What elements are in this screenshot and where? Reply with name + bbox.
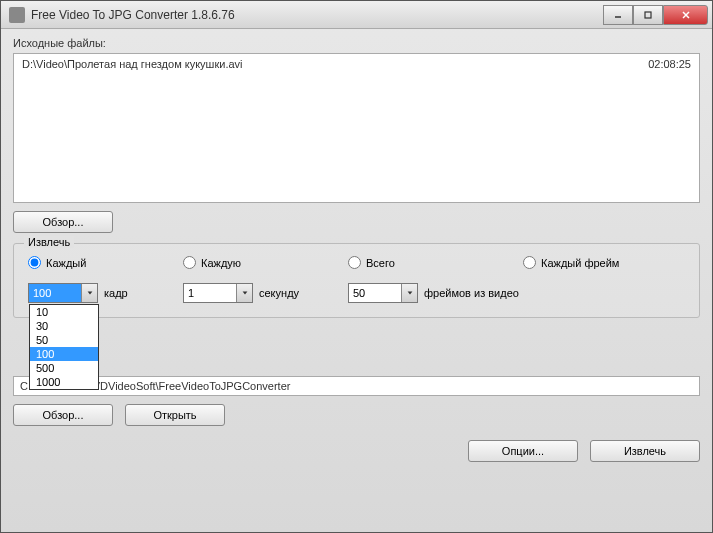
frame-label: кадр (104, 287, 128, 299)
browse-output-button[interactable]: Обзор... (13, 404, 113, 426)
maximize-button[interactable] (633, 5, 663, 25)
open-output-button[interactable]: Открыть (125, 404, 225, 426)
dropdown-option[interactable]: 30 (30, 319, 98, 333)
dropdown-option[interactable]: 1000 (30, 375, 98, 389)
output-path-field[interactable]: C:\ocuments\DVDVideoSoft\FreeVideoToJPGC… (13, 376, 700, 396)
frame-combo[interactable]: 100 10 30 50 100 500 1000 (28, 283, 98, 303)
frame-combo-value: 100 (29, 284, 81, 302)
total-combo[interactable]: 50 (348, 283, 418, 303)
file-path: D:\Video\Пролетая над гнездом кукушки.av… (22, 58, 648, 70)
source-files-list[interactable]: D:\Video\Пролетая над гнездом кукушки.av… (13, 53, 700, 203)
extract-values-row: 100 10 30 50 100 500 1000 кадр (28, 283, 685, 303)
radio-total[interactable] (348, 256, 361, 269)
extract-button[interactable]: Извлечь (590, 440, 700, 462)
window-controls (603, 5, 708, 25)
frames-from-video-label: фреймов из видео (424, 287, 519, 299)
dropdown-option[interactable]: 50 (30, 333, 98, 347)
app-icon (9, 7, 25, 23)
chevron-down-icon[interactable] (236, 284, 252, 302)
file-row[interactable]: D:\Video\Пролетая над гнездом кукушки.av… (16, 56, 697, 72)
radio-each-frame[interactable] (523, 256, 536, 269)
radio-every-frame[interactable] (28, 256, 41, 269)
svg-rect-1 (645, 12, 651, 18)
main-window: Free Video To JPG Converter 1.8.6.76 SOF… (0, 0, 713, 533)
radio-every-second[interactable] (183, 256, 196, 269)
frame-dropdown: 10 30 50 100 500 1000 (29, 304, 99, 390)
titlebar: Free Video To JPG Converter 1.8.6.76 (1, 1, 712, 29)
second-combo[interactable]: 1 (183, 283, 253, 303)
minimize-button[interactable] (603, 5, 633, 25)
chevron-down-icon[interactable] (81, 284, 97, 302)
second-label: секунду (259, 287, 299, 299)
dropdown-option[interactable]: 500 (30, 361, 98, 375)
options-button[interactable]: Опции... (468, 440, 578, 462)
dropdown-option[interactable]: 100 (30, 347, 98, 361)
total-combo-value: 50 (349, 284, 401, 302)
radio-each-frame-label[interactable]: Каждый фрейм (541, 257, 619, 269)
chevron-down-icon[interactable] (401, 284, 417, 302)
radio-every-frame-label[interactable]: Каждый (46, 257, 86, 269)
output-section: C:\ocuments\DVDVideoSoft\FreeVideoToJPGC… (13, 376, 700, 426)
dropdown-option[interactable]: 10 (30, 305, 98, 319)
second-combo-value: 1 (184, 284, 236, 302)
window-title: Free Video To JPG Converter 1.8.6.76 (31, 8, 603, 22)
close-button[interactable] (663, 5, 708, 25)
extract-group-title: Извлечь (24, 236, 74, 248)
extract-mode-row: Каждый Каждую Всего Каждый фрейм (28, 256, 685, 269)
extract-group: Извлечь Каждый Каждую Всего Каждый фрей (13, 243, 700, 318)
content-area: SOFTPORTAL www.softportal.com Исходные ф… (1, 29, 712, 470)
source-files-label: Исходные файлы: (13, 37, 700, 49)
radio-every-second-label[interactable]: Каждую (201, 257, 241, 269)
file-duration: 02:08:25 (648, 58, 691, 70)
footer-buttons: Опции... Извлечь (13, 440, 700, 462)
radio-total-label[interactable]: Всего (366, 257, 395, 269)
browse-source-button[interactable]: Обзор... (13, 211, 113, 233)
